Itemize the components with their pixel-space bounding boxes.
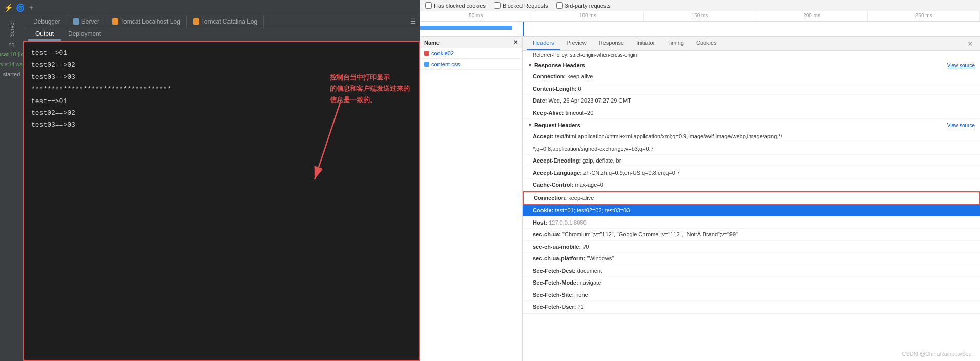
req-connection-row: Connection: keep-alive bbox=[523, 191, 980, 205]
timeline-mark-150: 150 ms bbox=[644, 11, 756, 21]
req-sec-fetch-mode-row: Sec-Fetch-Mode: navigate bbox=[523, 277, 980, 289]
tab-headers[interactable]: Headers bbox=[527, 37, 560, 50]
list-item-content-css[interactable]: content.css bbox=[420, 59, 522, 70]
tab-menu-icon[interactable]: ☰ bbox=[406, 16, 420, 27]
req-cookie-row: Cookie: test=01; test02=02; test03=03 bbox=[523, 205, 980, 217]
tab-tomcat-localhost[interactable]: Tomcat Localhost Log bbox=[106, 15, 187, 28]
req-sec-ch-ua-platform-row: sec-ch-ua-platform: "Windows" bbox=[523, 253, 980, 265]
console-line-2: test02-->02 bbox=[31, 59, 412, 71]
subtab-output[interactable]: Output bbox=[28, 28, 61, 41]
devtools-request-list: Name ✕ cookie02 content.css bbox=[420, 37, 523, 361]
request-view-source[interactable]: View source bbox=[947, 123, 975, 128]
req-sec-ch-ua-row: sec-ch-ua: "Chromium";v="112", "Google C… bbox=[523, 229, 980, 241]
request-headers-label: Request Headers bbox=[534, 122, 580, 128]
tab-tomcat-localhost-label: Tomcat Localhost Log bbox=[120, 18, 180, 25]
tab-response[interactable]: Response bbox=[593, 37, 631, 50]
response-headers-header[interactable]: ▼ Response Headers View source bbox=[523, 59, 980, 71]
request-headers-section: ▼ Request Headers View source Accept: te… bbox=[523, 119, 980, 314]
ide-left-sidebar: Server ng Tomcat 10 [local] ✓ servlet14:… bbox=[0, 15, 23, 361]
sidebar-item-server[interactable]: Server bbox=[9, 21, 15, 37]
ide-subtabs: Output Deployment bbox=[23, 28, 420, 41]
req-accept-language-row: Accept-Language: zh-CN,zh;q=0.9,en-US;q=… bbox=[523, 167, 980, 179]
third-party-label: 3rd-party requests bbox=[565, 3, 611, 9]
devtools-timeline: 50 ms 100 ms 150 ms 200 ms 250 ms bbox=[420, 11, 980, 37]
referrer-policy-row: Referrer-Policy: strict-origin-when-cros… bbox=[523, 51, 980, 59]
devtools-detail: Headers Preview Response Initiator Timin… bbox=[523, 37, 980, 361]
response-date-row: Date: Wed, 26 Apr 2023 07:27:29 GMT bbox=[523, 95, 980, 107]
req-accept-row: Accept: text/html,application/xhtml+xml,… bbox=[523, 131, 980, 143]
tab-initiator[interactable]: Initiator bbox=[630, 37, 661, 50]
tomcat-catalina-icon bbox=[193, 18, 199, 25]
svg-line-1 bbox=[315, 103, 340, 179]
req-accept-cont-row: *;q=0.8,application/signed-exchange;v=b3… bbox=[523, 143, 980, 155]
subtab-deployment[interactable]: Deployment bbox=[61, 28, 108, 41]
devtools-list-header: Name ✕ bbox=[420, 37, 522, 48]
third-party-checkbox[interactable] bbox=[556, 2, 563, 9]
close-list-icon[interactable]: ✕ bbox=[513, 39, 518, 46]
has-blocked-cookies-label: Has blocked cookies bbox=[434, 3, 486, 9]
devtools-main: Name ✕ cookie02 content.css Headers Prev… bbox=[420, 37, 980, 361]
content-css-icon bbox=[424, 62, 429, 67]
server-icon bbox=[73, 18, 79, 25]
response-headers-section: ▼ Response Headers View source Connectio… bbox=[523, 59, 980, 119]
detail-close-button[interactable]: ✕ bbox=[965, 37, 976, 50]
plus-icon[interactable]: ＋ bbox=[28, 3, 35, 12]
response-content-length-row: Content-Length: 0 bbox=[523, 83, 980, 95]
tab-server-label: Server bbox=[81, 18, 99, 25]
timeline-bar-area bbox=[420, 22, 980, 37]
response-headers-label: Response Headers bbox=[534, 62, 585, 68]
ide-panel: ⚡ 🌀 ＋ Server ng Tomcat 10 [local] ✓ serv… bbox=[0, 0, 420, 361]
filter-icon[interactable]: ⚡ bbox=[4, 4, 13, 12]
ide-right-content: Debugger Server Tomcat Localhost Log Tom… bbox=[23, 15, 420, 361]
request-headers-header[interactable]: ▼ Request Headers View source bbox=[523, 119, 980, 131]
sidebar-item-ng[interactable]: ng bbox=[8, 41, 14, 47]
req-cache-control-row: Cache-Control: max-age=0 bbox=[523, 179, 980, 191]
subtab-deployment-label: Deployment bbox=[68, 30, 101, 37]
filter-blocked-requests: Blocked Requests bbox=[494, 2, 548, 9]
filter-has-blocked-cookies: Has blocked cookies bbox=[425, 2, 486, 9]
timeline-mark-100: 100 ms bbox=[532, 11, 644, 21]
timeline-mark-200: 200 ms bbox=[756, 11, 868, 21]
has-blocked-cookies-checkbox[interactable] bbox=[425, 2, 432, 9]
timeline-ruler: 50 ms 100 ms 150 ms 200 ms 250 ms bbox=[420, 11, 980, 22]
tab-cookies[interactable]: Cookies bbox=[690, 37, 723, 50]
timeline-mark-50: 50 ms bbox=[420, 11, 532, 21]
response-keepalive-row: Keep-Alive: timeout=20 bbox=[523, 107, 980, 119]
tab-debugger[interactable]: Debugger bbox=[27, 15, 67, 28]
req-sec-fetch-user-row: Sec-Fetch-User: ?1 bbox=[523, 301, 980, 313]
annotation-arrow bbox=[309, 97, 412, 200]
tab-server[interactable]: Server bbox=[67, 15, 106, 28]
req-triangle-icon: ▼ bbox=[528, 123, 532, 128]
annotation: 控制台当中打印显示 的信息和客户端发送过来的 信息是一致的。 bbox=[330, 72, 410, 106]
tab-preview[interactable]: Preview bbox=[560, 37, 593, 50]
cookie02-label: cookie02 bbox=[431, 50, 454, 56]
ide-tabs: Debugger Server Tomcat Localhost Log Tom… bbox=[23, 15, 420, 28]
devtools-panel: Has blocked cookies Blocked Requests 3rd… bbox=[420, 0, 980, 361]
devtools-filter-bar: Has blocked cookies Blocked Requests 3rd… bbox=[420, 0, 980, 11]
wind-icon[interactable]: 🌀 bbox=[16, 4, 25, 12]
tomcat-localhost-icon bbox=[112, 18, 118, 25]
tab-timing[interactable]: Timing bbox=[661, 37, 690, 50]
timeline-blue-bar bbox=[420, 26, 512, 30]
ide-main: Server ng Tomcat 10 [local] ✓ servlet14:… bbox=[0, 15, 420, 361]
subtab-output-label: Output bbox=[35, 30, 54, 37]
response-view-source[interactable]: View source bbox=[947, 63, 975, 68]
req-host-row: Host: 127.0.0.1:8080 bbox=[523, 217, 980, 229]
console-area: test-->01 test02-->02 test03-->03 ******… bbox=[23, 41, 420, 361]
list-item-cookie02[interactable]: cookie02 bbox=[420, 48, 522, 59]
timeline-marker-line bbox=[523, 22, 524, 37]
tab-tomcat-catalina-label: Tomcat Catalina Log bbox=[201, 18, 257, 25]
blocked-requests-label: Blocked Requests bbox=[503, 3, 548, 9]
triangle-icon: ▼ bbox=[528, 63, 532, 68]
req-sec-fetch-dest-row: Sec-Fetch-Dest: document bbox=[523, 265, 980, 277]
console-line-1: test-->01 bbox=[31, 47, 412, 59]
name-column-header: Name bbox=[424, 39, 440, 46]
req-accept-encoding-row: Accept-Encoding: gzip, deflate, br bbox=[523, 155, 980, 167]
req-sec-ch-ua-mobile-row: sec-ch-ua-mobile: ?0 bbox=[523, 241, 980, 253]
tab-tomcat-catalina[interactable]: Tomcat Catalina Log bbox=[187, 15, 264, 28]
sidebar-item-started: started bbox=[3, 71, 20, 77]
filter-third-party: 3rd-party requests bbox=[556, 2, 611, 9]
content-css-label: content.css bbox=[431, 61, 460, 67]
tab-debugger-label: Debugger bbox=[33, 18, 60, 25]
blocked-requests-checkbox[interactable] bbox=[494, 2, 501, 9]
